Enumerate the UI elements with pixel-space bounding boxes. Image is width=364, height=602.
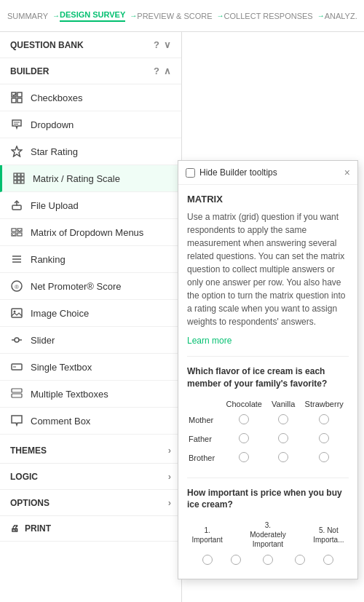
nav-preview-score[interactable]: PREVIEW & SCORE bbox=[137, 12, 212, 20]
dropdown-icon bbox=[10, 118, 23, 131]
radio-rating-3[interactable] bbox=[263, 555, 273, 565]
sidebar-item-star-rating[interactable]: Star Rating bbox=[0, 138, 181, 165]
sidebar-item-file-upload[interactable]: File Upload bbox=[0, 192, 181, 219]
svg-point-31 bbox=[14, 311, 16, 313]
sidebar-item-image-choice[interactable]: Image Choice bbox=[0, 300, 181, 327]
radio-brother-van[interactable] bbox=[278, 452, 288, 462]
hide-tooltips-checkbox[interactable] bbox=[186, 168, 195, 178]
radio-father-straw[interactable] bbox=[319, 433, 329, 443]
themes-chevron-icon[interactable]: › bbox=[168, 445, 171, 456]
sidebar-item-single-textbox[interactable]: Single Textbox bbox=[0, 354, 181, 381]
row-label-mother: Mother bbox=[187, 411, 221, 429]
svg-rect-5 bbox=[17, 98, 22, 103]
svg-rect-37 bbox=[12, 394, 22, 397]
nav-analyze[interactable]: ANALYZ. bbox=[325, 12, 357, 20]
rating-col-5: 5. NotImporta... bbox=[309, 518, 349, 551]
sidebar-item-matrix[interactable]: Matrix / Rating Scale bbox=[0, 165, 181, 192]
svg-rect-11 bbox=[17, 173, 20, 176]
checkboxes-icon bbox=[10, 91, 23, 104]
nav-arrow-1: → bbox=[52, 12, 60, 20]
themes-header[interactable]: THEMES › bbox=[0, 437, 181, 464]
sidebar-item-multiple-textboxes[interactable]: Multiple Textboxes bbox=[0, 381, 181, 408]
question-bank-header[interactable]: QUESTION BANK ? ∨ bbox=[0, 32, 181, 58]
builder-header[interactable]: BUILDER ? ∧ bbox=[0, 58, 181, 84]
row-label-brother: Brother bbox=[187, 448, 221, 467]
svg-rect-3 bbox=[12, 98, 16, 103]
radio-brother-straw[interactable] bbox=[319, 452, 329, 462]
svg-rect-24 bbox=[17, 233, 22, 236]
radio-father-van[interactable] bbox=[278, 433, 288, 443]
single-textbox-icon bbox=[10, 360, 23, 373]
radio-rating-5[interactable] bbox=[323, 555, 333, 565]
table-row: Brother bbox=[187, 448, 349, 467]
rating-col-4 bbox=[291, 518, 309, 551]
svg-point-33 bbox=[15, 338, 19, 342]
rating-col-1: 1.Important bbox=[187, 518, 227, 551]
sidebar-item-slider[interactable]: Slider bbox=[0, 327, 181, 354]
sidebar-item-dropdown[interactable]: Dropdown bbox=[0, 111, 181, 138]
row-label-father: Father bbox=[187, 429, 221, 448]
svg-rect-17 bbox=[17, 181, 20, 183]
tooltip-popup: Hide Builder tooltips × MATRIX Use a mat… bbox=[178, 160, 358, 579]
close-icon[interactable]: × bbox=[344, 167, 350, 178]
question-bank-icons: ? ∨ bbox=[154, 39, 171, 50]
chevron-up-icon[interactable]: ∧ bbox=[164, 66, 171, 76]
matrix-dropdown-icon bbox=[10, 226, 23, 239]
col-header-vanilla: Vanilla bbox=[267, 397, 299, 411]
svg-rect-15 bbox=[21, 177, 24, 180]
logic-header[interactable]: LOGIC › bbox=[0, 464, 181, 490]
sidebar-item-checkboxes[interactable]: Checkboxes bbox=[0, 84, 181, 111]
radio-father-choc[interactable] bbox=[239, 433, 249, 443]
svg-rect-14 bbox=[17, 177, 20, 180]
sidebar-item-matrix-dropdown[interactable]: Matrix of Dropdown Menus bbox=[0, 219, 181, 246]
chevron-down-icon[interactable]: ∨ bbox=[164, 39, 171, 50]
radio-mother-choc[interactable] bbox=[239, 414, 249, 424]
sidebar-item-nps[interactable]: ® Net Promoter® Score bbox=[0, 273, 181, 300]
table-row: Mother bbox=[187, 411, 349, 429]
print-header[interactable]: 🖨 PRINT bbox=[0, 516, 181, 542]
tooltip-header: Hide Builder tooltips × bbox=[178, 161, 357, 185]
multiple-textboxes-icon bbox=[10, 387, 23, 400]
learn-more-link[interactable]: Learn more bbox=[187, 336, 232, 346]
options-chevron-icon[interactable]: › bbox=[168, 497, 171, 508]
upload-icon bbox=[10, 199, 23, 212]
radio-rating-2[interactable] bbox=[231, 555, 241, 565]
nav-arrow-4: → bbox=[317, 12, 325, 20]
ranking-icon bbox=[10, 253, 23, 266]
nav-design-survey[interactable]: DESIGN SURVEY bbox=[60, 10, 125, 22]
radio-mother-straw[interactable] bbox=[319, 414, 329, 424]
svg-rect-13 bbox=[14, 177, 17, 180]
star-icon bbox=[10, 145, 23, 158]
svg-rect-30 bbox=[12, 309, 22, 317]
sidebar-item-ranking[interactable]: Ranking bbox=[0, 246, 181, 273]
help-icon-builder[interactable]: ? bbox=[154, 66, 159, 76]
tooltip-title: MATRIX bbox=[187, 194, 349, 205]
col-header-empty bbox=[187, 397, 221, 411]
nps-icon: ® bbox=[10, 280, 23, 293]
svg-rect-12 bbox=[21, 173, 24, 176]
matrix-icon bbox=[12, 172, 25, 185]
slider-icon bbox=[10, 333, 23, 346]
help-icon[interactable]: ? bbox=[154, 39, 159, 50]
radio-brother-choc[interactable] bbox=[239, 452, 249, 462]
svg-marker-9 bbox=[12, 146, 22, 157]
svg-rect-10 bbox=[14, 173, 17, 176]
svg-rect-36 bbox=[12, 389, 22, 392]
options-header[interactable]: OPTIONS › bbox=[0, 490, 181, 516]
example-question-1: Which flavor of ice cream is each member… bbox=[187, 365, 349, 390]
sidebar-item-comment-box[interactable]: Comment Box bbox=[0, 408, 181, 435]
svg-marker-38 bbox=[12, 416, 22, 425]
top-nav: SUMMARY → DESIGN SURVEY → PREVIEW & SCOR… bbox=[0, 0, 364, 32]
radio-mother-van[interactable] bbox=[278, 414, 288, 424]
sidebar: QUESTION BANK ? ∨ BUILDER ? ∧ Checkboxes… bbox=[0, 32, 182, 602]
radio-rating-4[interactable] bbox=[295, 555, 305, 565]
nav-collect-responses[interactable]: COLLECT RESPONSES bbox=[224, 12, 313, 20]
svg-rect-21 bbox=[12, 229, 16, 231]
svg-text:®: ® bbox=[15, 284, 19, 290]
matrix-table-1: Chocolate Vanilla Strawberry Mother Fath… bbox=[187, 397, 349, 467]
radio-rating-1[interactable] bbox=[202, 555, 213, 565]
nav-arrow-3: → bbox=[217, 12, 224, 20]
nav-summary[interactable]: SUMMARY bbox=[7, 12, 48, 20]
example-question-2: How important is price when you buy ice … bbox=[187, 478, 349, 512]
logic-chevron-icon[interactable]: › bbox=[168, 471, 171, 482]
